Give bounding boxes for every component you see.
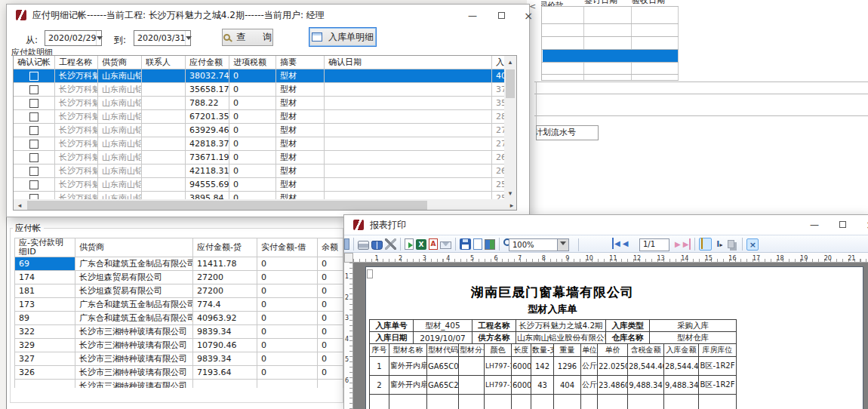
bg-selected-row[interactable] (543, 50, 678, 62)
confirm-checkbox[interactable] (29, 85, 38, 94)
column-header[interactable]: 应付金额 (186, 56, 229, 69)
report-info-table: 入库单号 型材_405 工程名称 长沙万科魅力之城4.2期 入库类型 采购入库 … (369, 319, 737, 344)
confirm-checkbox[interactable] (29, 167, 38, 176)
payable-detail-row[interactable]: 长沙万科魅力... 山东南山铝业... 42818.37 0 型材 275 (14, 137, 518, 151)
payables-row[interactable]: 322 长沙市三湘特种玻璃有限公司 9839.34 0 0 (15, 325, 343, 339)
chevron-down-icon[interactable] (96, 31, 103, 45)
payables-row[interactable]: 长沙市三湘特种玻璃有限公司 (15, 380, 343, 389)
excel-export-icon[interactable] (416, 239, 426, 250)
from-date-combo[interactable]: 2020/02/29 (45, 30, 102, 46)
options-icon[interactable] (385, 238, 396, 250)
payables-table[interactable]: 应-实付款明细ID供货商应付金额-贷实付金额-借余额 69 广东合和建筑五金制品… (14, 238, 343, 388)
payables-row[interactable]: 329 长沙市三湘特种玻璃有限公司 10790.46 0 0 (15, 339, 343, 352)
confirm-checkbox[interactable] (29, 112, 38, 121)
ruler-number: 11 (593, 254, 617, 262)
confirm-checkbox[interactable] (29, 126, 38, 135)
payables-row[interactable]: 327 长沙市三湘特种玻璃有限公司 9839.34 0 0 (15, 352, 343, 366)
page-setup-icon[interactable] (371, 241, 383, 250)
column-header[interactable]: 余额 (318, 238, 343, 257)
next-page-icon[interactable]: ▶ (675, 238, 681, 250)
scroll-right-icon[interactable]: ▸ (506, 199, 517, 211)
scroll-up-icon[interactable]: ▴ (504, 56, 516, 68)
last-page-icon[interactable]: ▶ (683, 238, 691, 250)
payable-detail-row[interactable]: 长沙万科魅力... 山东南山铝业... 42118.31 0 型材 265 (14, 165, 518, 178)
column-header[interactable]: 实付金额-借 (257, 238, 318, 257)
chevron-down-icon[interactable] (185, 31, 192, 45)
window1-titlebar[interactable]: 应付明细记帐------当前工程: 长沙万科魅力之城4.2期------当前用户… (7, 5, 529, 26)
window2-titlebar[interactable]: 报表打印 (344, 215, 868, 235)
vertical-scroll-thumb[interactable] (506, 69, 515, 98)
first-page-icon[interactable]: ◀ (612, 238, 620, 249)
ruler-number: 3 (402, 254, 426, 262)
payables-row[interactable]: 89 广东合和建筑五金制品有限公司 40963.92 0 0 (15, 312, 343, 325)
save-icon[interactable] (460, 238, 471, 250)
bg-grid[interactable] (541, 6, 678, 81)
pdf-export-icon[interactable] (429, 238, 438, 250)
export-icon[interactable] (405, 238, 414, 250)
detail-header-row: 确认记帐工程名称供货商联系人应付金额进项税额摘要确认日期入库 (14, 56, 518, 69)
docked-icon[interactable] (344, 238, 349, 250)
minimize-icon[interactable]: — (803, 218, 826, 232)
close-preview-icon[interactable]: × (746, 238, 759, 251)
email-icon[interactable] (440, 241, 451, 249)
payables-row[interactable]: 174 长沙坦森贸易有限公司 27200 0 0 (15, 271, 343, 284)
query-button[interactable]: 查 询 (222, 29, 273, 46)
column-header[interactable]: 联系人 (142, 56, 186, 69)
confirm-checkbox[interactable] (29, 180, 38, 189)
copy-icon[interactable] (728, 240, 734, 248)
column-header[interactable]: 供货商 (75, 238, 193, 257)
confirm-checkbox[interactable] (29, 99, 38, 108)
confirm-checkbox[interactable] (29, 153, 38, 162)
column-header[interactable]: 摘要 (276, 56, 325, 69)
maximize-icon[interactable] (490, 9, 512, 23)
close-icon[interactable]: × (517, 9, 540, 23)
report-detail-header-row: 序号型材名称型材代码型材分号颜色长度数量-支重量单位单价含税金额入库金额库房库位 (370, 344, 737, 357)
confirm-checkbox[interactable] (29, 72, 38, 81)
column-header[interactable]: 应付金额-贷 (193, 238, 257, 257)
column-header[interactable]: 供货商 (98, 56, 142, 69)
minimize-icon[interactable]: — (461, 9, 484, 23)
payable-detail-row[interactable]: 长沙万科魅力... 山东南山铝业... 67201.35 0 型材 283 (14, 110, 518, 124)
payable-detail-row[interactable]: 长沙万科魅力... 山东南山铝业... 73671.19 0 型材 266 (14, 151, 518, 165)
to-date-combo[interactable]: 2020/03/31 (134, 30, 191, 46)
column-header[interactable]: 确认日期 (325, 56, 492, 69)
payables-row[interactable]: 181 长沙坦森贸易有限公司 27200 0 0 (15, 284, 343, 298)
payable-detail-table[interactable]: 确认记帐工程名称供货商联系人应付金额进项税额摘要确认日期入库 长沙万科魅力...… (13, 55, 517, 205)
payables-panel: 应付帐 应-实付款明细ID供货商应付金额-贷实付金额-借余额 69 广东合和建筑… (6, 217, 346, 409)
column-header[interactable]: 工程名称 (55, 56, 98, 69)
payable-detail-row[interactable]: 长沙万科魅力... 山东南山铝业... 63929.46 0 型材 276 (14, 124, 518, 137)
payables-row[interactable]: 69 广东合和建筑五金制品有限公司 11411.78 0 0 (15, 257, 343, 271)
payable-detail-row[interactable]: 长沙万科魅力... 山东南山铝业... 35658.17 0 型材 376 (14, 83, 518, 97)
column-header[interactable]: 进项税额 (229, 56, 276, 69)
column-header: 序号 (370, 344, 389, 357)
print-preview-area[interactable]: 湖南巨晟门窗幕墙有限公司 型材入库单 入库单号 型材_405 工程名称 长沙万科… (353, 263, 868, 409)
horizontal-scroll-thumb[interactable] (27, 201, 427, 210)
column-header[interactable]: 确认记帐 (14, 56, 55, 69)
column-header[interactable]: 应-实付款明细ID (15, 238, 75, 257)
payable-detail-row[interactable]: 长沙万科魅力... 山东南山铝业... 38032.74 0 型材 405 (14, 69, 518, 83)
horizontal-ruler: 123456789101112131415161718192021 (353, 253, 868, 263)
print-icon[interactable] (358, 241, 369, 250)
confirm-checkbox[interactable] (29, 140, 38, 149)
chevron-down-icon[interactable] (557, 239, 568, 251)
multi-page-icon[interactable] (485, 239, 495, 250)
column-header: 单价 (598, 344, 628, 357)
payable-detail-row[interactable]: 长沙万科魅力... 山东南山铝业... 94555.69 0 型材 251 (14, 178, 518, 192)
zoom-level-combo[interactable]: 100% (509, 238, 569, 251)
single-page-icon[interactable] (473, 238, 482, 250)
receipt-detail-button[interactable]: 入库单明细 (309, 27, 377, 47)
payable-detail-row[interactable]: 长沙万科魅力... 山东南山铝业... 788.22 0 型材 358 (14, 97, 518, 110)
page-indicator-input[interactable]: 1/1 (639, 238, 669, 251)
payables-row[interactable]: 173 广东合和建筑五金制品有限公司 774.4 0 0 (15, 298, 343, 312)
ruler-number: 21 (832, 254, 856, 262)
text-select-icon[interactable]: I (714, 238, 725, 251)
maximize-icon[interactable] (831, 218, 854, 232)
scroll-down-icon[interactable]: ▾ (504, 187, 516, 199)
payables-row[interactable]: 326 长沙市三湘特种玻璃有限公司 7193.64 0 0 (15, 366, 343, 380)
previous-page-icon[interactable]: ◀ (623, 238, 629, 249)
scroll-left-icon[interactable]: ◂ (14, 199, 26, 211)
close-icon[interactable]: × (859, 218, 868, 232)
hand-tool-icon[interactable] (699, 238, 712, 251)
page-corner (367, 269, 373, 278)
column-header: 颜色 (485, 344, 512, 357)
